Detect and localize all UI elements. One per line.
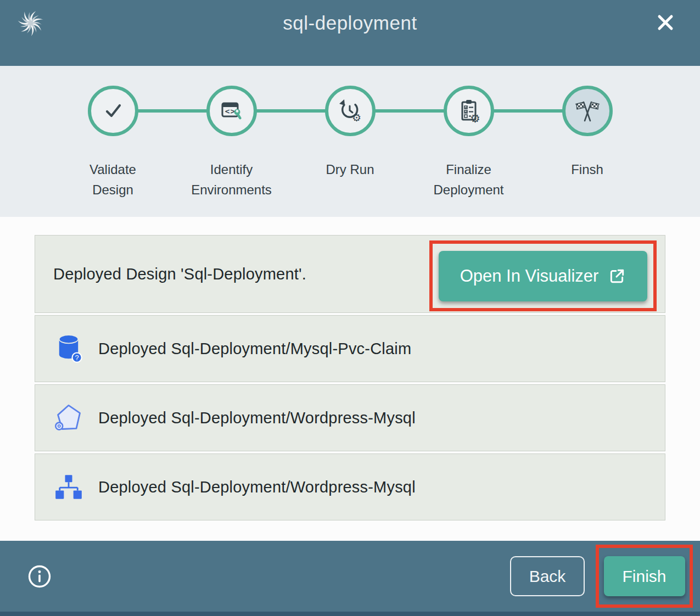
deployment-modal: sql-deployment Validate Design	[0, 0, 700, 616]
close-icon	[653, 10, 678, 35]
clipboard-gear-icon: ⚙	[456, 98, 482, 124]
svg-text:<>: <>	[225, 108, 236, 115]
step-label: Validate Design	[69, 159, 157, 200]
dry-run-clock-gear-icon: ⚙	[337, 98, 363, 124]
back-button[interactable]: Back	[510, 556, 585, 596]
svg-text:⚙: ⚙	[470, 112, 480, 124]
step-dry-run: ⚙ Dry Run	[291, 86, 410, 200]
step-circle-finalize-deployment[interactable]: ⚙	[444, 86, 494, 136]
external-link-icon	[608, 267, 626, 285]
step-circle-validate-design[interactable]	[88, 86, 138, 136]
database-question-icon: ?	[54, 333, 83, 364]
modal-footer: Back Finish	[0, 541, 700, 612]
result-row-text: Deployed Sql-Deployment/Wordpress-Mysql	[98, 478, 416, 496]
deployment-results: Deployed Design 'Sql-Deployment'. Open I…	[0, 217, 700, 520]
result-row-text: Deployed Sql-Deployment/Wordpress-Mysql	[98, 409, 416, 427]
step-circle-finish[interactable]	[562, 86, 613, 136]
svg-text:?: ?	[75, 354, 79, 362]
annotation-highlight-visualizer: Open In Visualizer	[429, 240, 657, 311]
pentagon-badge-icon	[54, 403, 83, 433]
hierarchy-tree-icon	[54, 473, 83, 501]
result-row-wordpress-mysql-tree: Deployed Sql-Deployment/Wordpress-Mysql	[35, 453, 665, 520]
modal-title: sql-deployment	[0, 12, 700, 34]
step-identify-environments: <> Identify Environments	[172, 86, 291, 200]
modal-header: sql-deployment	[0, 0, 700, 66]
result-row-mysql-pvc-claim: ? Deployed Sql-Deployment/Mysql-Pvc-Clai…	[35, 315, 665, 382]
result-row-text: Deployed Sql-Deployment/Mysql-Pvc-Claim	[98, 340, 411, 358]
step-circle-dry-run[interactable]: ⚙	[325, 86, 376, 136]
design-summary-text: Deployed Design 'Sql-Deployment'.	[53, 265, 306, 283]
code-wrench-icon: <>	[219, 98, 245, 124]
checkered-flags-icon	[574, 98, 601, 124]
window-bottom-strip	[0, 612, 700, 616]
result-row-wordpress-mysql-config: Deployed Sql-Deployment/Wordpress-Mysql	[35, 384, 665, 451]
step-finish: Finsh	[528, 86, 647, 200]
step-label: Identify Environments	[188, 159, 276, 200]
step-circle-identify-environments[interactable]: <>	[206, 86, 257, 136]
design-summary-row: Deployed Design 'Sql-Deployment'. Open I…	[35, 235, 665, 313]
step-label: Finalize Deployment	[425, 159, 513, 200]
step-label: Finsh	[544, 159, 631, 180]
finish-button[interactable]: Finish	[604, 556, 685, 596]
info-button[interactable]	[27, 564, 52, 589]
step-label: Dry Run	[306, 159, 394, 180]
stepper-section: Validate Design <>	[0, 66, 700, 217]
annotation-highlight-finish: Finish	[596, 545, 693, 608]
open-in-visualizer-button[interactable]: Open In Visualizer	[439, 251, 647, 301]
close-button[interactable]	[653, 10, 678, 35]
step-validate-design: Validate Design	[54, 86, 172, 200]
check-icon	[100, 98, 126, 124]
svg-text:⚙: ⚙	[352, 111, 361, 124]
step-finalize-deployment: ⚙ Finalize Deployment	[410, 86, 528, 200]
open-in-visualizer-label: Open In Visualizer	[460, 266, 599, 286]
info-icon	[27, 564, 52, 589]
